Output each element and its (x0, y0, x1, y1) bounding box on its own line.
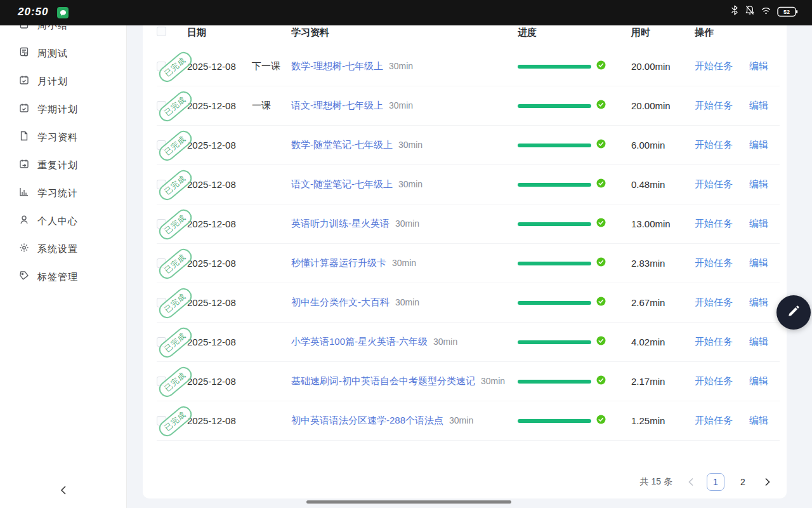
material-link[interactable]: 初中英语语法分区速学-288个语法点 (291, 415, 443, 427)
wifi-icon (761, 6, 771, 18)
row-date: 2025-12-08 (187, 376, 252, 387)
planned-duration: 30min (433, 337, 457, 347)
sidebar-item-tags[interactable]: 标签管理 (0, 263, 126, 291)
start-task-link[interactable]: 开始任务 (695, 218, 733, 230)
pencil-icon (787, 304, 801, 321)
check-circle-icon (596, 297, 606, 309)
planned-duration: 30min (398, 179, 422, 189)
material-link[interactable]: 初中生分类作文-大百科 (291, 297, 390, 309)
sidebar-item-label: 系统设置 (37, 243, 78, 255)
edit-link[interactable]: 编辑 (749, 297, 768, 309)
table-row: 已完成 2025-12-08 语文-随堂笔记-七年级上 30min 0.48mi… (157, 165, 780, 204)
horizontal-scrollbar[interactable] (306, 500, 511, 504)
edit-link[interactable]: 编辑 (749, 139, 768, 151)
edit-link[interactable]: 编辑 (749, 60, 768, 72)
table-body: 已完成 2025-12-08 下一课 数学-理想树-七年级上 30min 20.… (157, 47, 780, 441)
table-row: 已完成 2025-12-08 秒懂计算器运行升级卡 30min 2.83min … (157, 244, 780, 283)
calendar-term-icon (19, 103, 29, 116)
planned-duration: 30min (449, 415, 473, 425)
edit-link[interactable]: 编辑 (749, 336, 768, 348)
progress-bar (518, 104, 591, 108)
start-task-link[interactable]: 开始任务 (695, 336, 733, 348)
material-link[interactable]: 语文-理想树-七年级上 (291, 100, 383, 112)
material-link[interactable]: 数学-理想树-七年级上 (291, 60, 383, 72)
calendar-month-icon (19, 75, 29, 88)
row-duration: 6.00min (631, 140, 695, 150)
row-date: 2025-12-08 (187, 337, 252, 347)
table-row: 已完成 2025-12-08 基础速刷词-初中英语自会中考题型分类速记 30mi… (157, 362, 780, 401)
material-link[interactable]: 秒懂计算器运行升级卡 (291, 257, 386, 269)
select-all-checkbox[interactable] (157, 27, 166, 36)
row-date: 2025-12-08 (187, 218, 252, 229)
floating-edit-button[interactable] (776, 295, 811, 330)
table-row: 已完成 2025-12-08 下一课 数学-理想树-七年级上 30min 20.… (157, 47, 780, 86)
table-row: 已完成 2025-12-08 初中生分类作文-大百科 30min 2.67min… (157, 283, 780, 323)
sidebar-collapse-button[interactable] (56, 484, 71, 499)
sidebar-item-month-plan[interactable]: 月计划 (0, 67, 126, 95)
row-duration: 4.02min (631, 337, 695, 347)
start-task-link[interactable]: 开始任务 (695, 297, 733, 309)
progress-bar (518, 183, 591, 187)
edit-link[interactable]: 编辑 (749, 415, 768, 427)
edit-link[interactable]: 编辑 (749, 257, 768, 269)
sidebar-item-term-plan[interactable]: 学期计划 (0, 95, 126, 123)
material-link[interactable]: 语文-随堂笔记-七年级上 (291, 178, 393, 190)
start-task-link[interactable]: 开始任务 (695, 415, 733, 427)
edit-link[interactable]: 编辑 (749, 375, 768, 387)
status-icons: 52 (730, 5, 798, 18)
material-link[interactable]: 小学英语100篇-星火英语-六年级 (291, 336, 428, 348)
check-circle-icon (596, 336, 606, 348)
check-circle-icon (596, 218, 606, 230)
page-button-1[interactable]: 1 (707, 473, 724, 491)
planned-duration: 30min (395, 218, 419, 229)
prev-page-button[interactable] (684, 473, 697, 491)
tag-icon (19, 271, 29, 283)
edit-link[interactable]: 编辑 (749, 218, 768, 230)
progress-bar (518, 222, 591, 226)
sidebar-item-label: 重复计划 (37, 159, 78, 171)
start-task-link[interactable]: 开始任务 (695, 100, 733, 112)
check-circle-icon (596, 375, 606, 387)
material-link[interactable]: 数学-随堂笔记-七年级上 (291, 139, 393, 151)
row-duration: 20.00min (631, 100, 695, 111)
material-link[interactable]: 英语听力训练-星火英语 (291, 218, 390, 230)
progress-bar (518, 380, 591, 384)
row-duration: 20.00min (631, 61, 695, 72)
page-button-2[interactable]: 2 (734, 473, 752, 491)
edit-link[interactable]: 编辑 (749, 178, 768, 190)
row-date: 2025-12-08 (187, 258, 252, 269)
sidebar-menu: 周小结 周测试 月计划 学期计划 学习资料 重复计划 学习统计 个人中心 (0, 11, 126, 291)
material-link[interactable]: 基础速刷词-初中英语自会中考题型分类速记 (291, 375, 475, 387)
content-card: 日期 学习资料 进度 用时 操作 已完成 2025-12-08 下一课 数学-理… (143, 25, 787, 498)
sidebar-item-week-test[interactable]: 周测试 (0, 39, 126, 67)
sidebar: 周小结 周测试 月计划 学期计划 学习资料 重复计划 学习统计 个人中心 (0, 0, 127, 508)
start-task-link[interactable]: 开始任务 (695, 178, 733, 190)
progress-bar (518, 144, 591, 147)
check-circle-icon (596, 257, 606, 269)
check-circle-icon (596, 100, 606, 112)
sidebar-item-repeat-plan[interactable]: 重复计划 (0, 151, 126, 179)
user-icon (19, 215, 29, 227)
row-date: 2025-12-08 (187, 140, 252, 150)
planned-duration: 30min (395, 297, 419, 307)
sidebar-item-materials[interactable]: 学习资料 (0, 123, 126, 151)
progress-bar (518, 340, 591, 344)
start-task-link[interactable]: 开始任务 (695, 139, 733, 151)
sidebar-item-profile[interactable]: 个人中心 (0, 207, 126, 235)
sidebar-item-label: 周测试 (37, 48, 68, 60)
next-page-button[interactable] (761, 473, 774, 491)
planned-duration: 30min (481, 376, 505, 386)
edit-link[interactable]: 编辑 (749, 100, 768, 112)
check-circle-icon (596, 415, 606, 427)
table-header-row: 日期 学习资料 进度 用时 操作 (157, 25, 780, 47)
sidebar-item-statistics[interactable]: 学习统计 (0, 179, 126, 207)
start-task-link[interactable]: 开始任务 (695, 60, 733, 72)
row-duration: 2.17min (631, 376, 695, 387)
row-duration: 1.25min (631, 415, 695, 426)
sidebar-item-settings[interactable]: 系统设置 (0, 235, 126, 263)
pagination: 共 15 条 1 2 (640, 473, 774, 491)
bar-chart-icon (19, 187, 29, 199)
start-task-link[interactable]: 开始任务 (695, 257, 733, 269)
start-task-link[interactable]: 开始任务 (695, 375, 733, 387)
row-date: 2025-12-08 (187, 100, 252, 111)
